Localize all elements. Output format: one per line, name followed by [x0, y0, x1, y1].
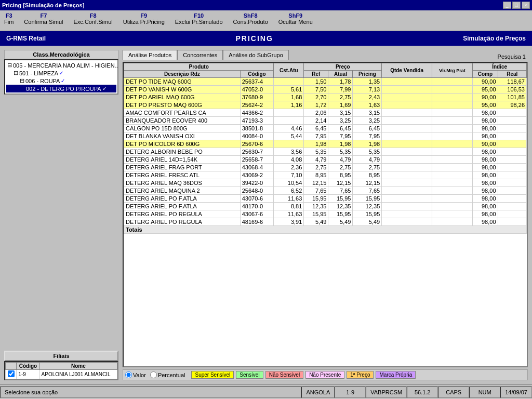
legend-1-preco: 1ª Preço	[347, 371, 374, 379]
cell-desc: DET PO MICOLOR 6D 600G	[124, 140, 241, 148]
cell-qtde-vendida	[382, 125, 432, 132]
status-message: Selecione sua opção	[0, 387, 301, 398]
cell-vlr-mrg-prat	[432, 101, 472, 109]
col-group-produto: Produto	[124, 63, 274, 71]
table-row[interactable]: AMAC COMFORT PEARLS CA 44366-2 2,06 3,15…	[124, 109, 527, 117]
cell-ref: 1,50	[304, 78, 328, 86]
cell-ref: 5,49	[304, 218, 328, 226]
list-item[interactable]: 1-9 APOLONIA LJ001 ALMANCIL	[6, 370, 117, 379]
table-row[interactable]: DETERG ARIEL MAQUINA 2 25648-0 6,52 7,65…	[124, 187, 527, 195]
toolbar-shf9[interactable]: ShF9 Ocultar Menu	[278, 12, 313, 25]
table-row[interactable]: DETERG ARIEL MAQ 36DOS 39422-0 10,54 12,…	[124, 179, 527, 187]
table-row[interactable]: DET PO PRESTO MAQ 600G 25624-2 1,16 1,72…	[124, 101, 527, 109]
minimize-button[interactable]: _	[503, 2, 511, 9]
cell-ref: 15,95	[304, 210, 328, 218]
cell-desc: AMAC COMFORT PEARLS CA	[124, 109, 241, 117]
cell-codigo: 43068-4	[240, 164, 274, 171]
cell-atual: 1,78	[328, 78, 353, 86]
tree-item-501[interactable]: ⊟ 501 - LIMPEZA ✓	[6, 69, 116, 77]
toolbar-label-f8: Exc.Conf.Simul	[74, 19, 113, 25]
cell-real	[498, 125, 527, 132]
cell-real: 98,26	[498, 101, 527, 109]
cell-ref: 12,35	[304, 203, 328, 210]
cell-real	[498, 140, 527, 148]
cell-atual: 15,95	[328, 195, 353, 203]
legend-nao-presente: Não Presente	[305, 371, 344, 379]
toolbar-label-f9: Utiliza Pr.Pricing	[123, 19, 165, 25]
toolbar-label-shf8: Cons.Produto	[233, 19, 268, 25]
table-row[interactable]: DETERG ALBORIN BEBE PO 25630-7 3,56 5,35…	[124, 148, 527, 156]
cell-qtde-vendida	[382, 210, 432, 218]
cell-qtde-vendida	[382, 78, 432, 86]
maximize-button[interactable]: □	[512, 2, 521, 9]
cell-real	[498, 203, 527, 210]
table-row[interactable]: DET PO VANISH W 600G 47052-0 5,61 7,50 7…	[124, 86, 527, 94]
cell-codigo: 48170-0	[240, 203, 274, 210]
cell-cst-atu: 11,63	[274, 195, 304, 203]
cell-codigo: 39422-0	[240, 179, 274, 187]
table-row[interactable]: DETERG ARIEL PO F.ATLA 43070-6 11,63 15,…	[124, 195, 527, 203]
table-row[interactable]: DETERG ARIEL PO F.ATLA 48170-0 8,81 12,3…	[124, 203, 527, 210]
table-row[interactable]: DETERG ARIEL FRAG PORT 43068-4 2,36 2,75…	[124, 164, 527, 171]
left-spacer	[4, 97, 118, 349]
toolbar-f8[interactable]: F8 Exc.Conf.Simul	[74, 12, 113, 25]
cell-atual: 3,15	[328, 109, 353, 117]
toolbar-f10[interactable]: F10 Exclui Pr.Simulado	[175, 12, 223, 25]
tab-analise-produtos[interactable]: Análise Produtos	[123, 50, 177, 60]
toolbar-key-f9: F9	[140, 12, 147, 19]
table-row[interactable]: DETERG ARIEL FRESC ATL 43069-2 7,10 8,95…	[124, 171, 527, 179]
legend-nao-sensivel: Não Sensível	[265, 371, 303, 379]
cell-codigo: 37680-9	[240, 94, 274, 101]
legend-items: Super Sensível Sensível Não Sensível Não…	[191, 371, 416, 379]
radio-percentual[interactable]: Percentual	[150, 371, 185, 378]
toolbar-label-f10: Exclui Pr.Simulado	[175, 19, 223, 25]
cell-comp: 98,00	[473, 179, 498, 187]
table-row[interactable]: DET BLANKA VANISH OXI 40084-0 5,44 7,95 …	[124, 132, 527, 140]
cell-vlr-mrg-prat	[432, 78, 472, 86]
cell-ref: 5,35	[304, 148, 328, 156]
col-group-indice: Índice	[473, 63, 527, 71]
toolbar-f3[interactable]: F3 Fim	[4, 12, 14, 25]
toolbar-key-f10: F10	[194, 12, 204, 19]
cell-desc: DET PO PRESTO MAQ 600G	[124, 101, 241, 109]
cell-cst-atu: 1,16	[274, 101, 304, 109]
radio-valor[interactable]: Valor	[125, 371, 146, 378]
cell-real	[498, 195, 527, 203]
radio-group: Valor Percentual	[125, 371, 185, 378]
table-row[interactable]: DETERG ARIEL PO REGULA 43067-6 11,63 15,…	[124, 210, 527, 218]
col-comp: Comp	[473, 71, 498, 78]
toolbar-f9[interactable]: F9 Utiliza Pr.Pricing	[123, 12, 165, 25]
radio-valor-input[interactable]	[125, 371, 132, 378]
tab-analise-subgrupo[interactable]: Análise do SubGrupo	[223, 50, 289, 60]
table-row[interactable]: DETERG ARIEL PO REGULA 48169-6 3,91 5,49…	[124, 218, 527, 226]
cell-comp: 98,00	[473, 187, 498, 195]
title-bar: Pricing [Simulação de Preços] _ □ ×	[0, 0, 532, 10]
right-panel: Análise Produtos Concorrentes Análise do…	[123, 50, 528, 380]
tree-panel[interactable]: ⊟ 005 - MERCEARIA NAO ALIM - HIGIEN... ⊟…	[4, 59, 118, 95]
tree-label-501: 501 - LIMPEZA	[19, 70, 58, 76]
cell-cst-atu	[274, 78, 304, 86]
data-table-container[interactable]: Produto Cst.Atu Preço Qtde Vendida Vlr.M…	[123, 62, 528, 367]
cell-pricing: 12,35	[353, 203, 382, 210]
table-row[interactable]: CALGON PO 15D 800G 38501-8 4,46 6,45 6,4…	[124, 125, 527, 132]
tab-concorrentes[interactable]: Concorrentes	[177, 50, 223, 60]
filiais-check[interactable]	[6, 370, 17, 379]
table-row[interactable]: BRANQUEADOR ECOVER 400 47193-3 2,14 3,25…	[124, 117, 527, 125]
toolbar-f7[interactable]: F7 Confirma Simul	[24, 12, 63, 25]
table-row[interactable]: DET PO ARIEL MAQ 600G 37680-9 1,68 2,70 …	[124, 94, 527, 101]
cell-codigo: 25624-2	[240, 101, 274, 109]
status-date: 14/09/07	[500, 387, 532, 398]
tree-item-006[interactable]: ⊟ 006 - ROUPA ✓	[6, 77, 116, 85]
radio-percentual-input[interactable]	[150, 371, 157, 378]
close-button[interactable]: ×	[522, 2, 530, 9]
cell-desc: DET PO ARIEL MAQ 600G	[124, 94, 241, 101]
table-row[interactable]: DET PO MICOLOR 6D 600G 25670-6 1,98 1,98…	[124, 140, 527, 148]
tree-item-002[interactable]: 002 - DETERG PO P/ROUPA ✓	[6, 85, 116, 92]
cell-atual: 5,35	[328, 148, 353, 156]
tree-item-005[interactable]: ⊟ 005 - MERCEARIA NAO ALIM - HIGIEN...	[6, 61, 116, 69]
col-cst-atu: Cst.Atu	[274, 63, 304, 78]
cell-atual: 12,15	[328, 179, 353, 187]
toolbar-shf8[interactable]: ShF8 Cons.Produto	[233, 12, 268, 25]
table-row[interactable]: DETERG ARIEL 14D=1,54K 25658-7 4,08 4,79…	[124, 156, 527, 164]
table-row[interactable]: DET PO TIDE MAQ 600G 25637-4 1,50 1,78 1…	[124, 78, 527, 86]
